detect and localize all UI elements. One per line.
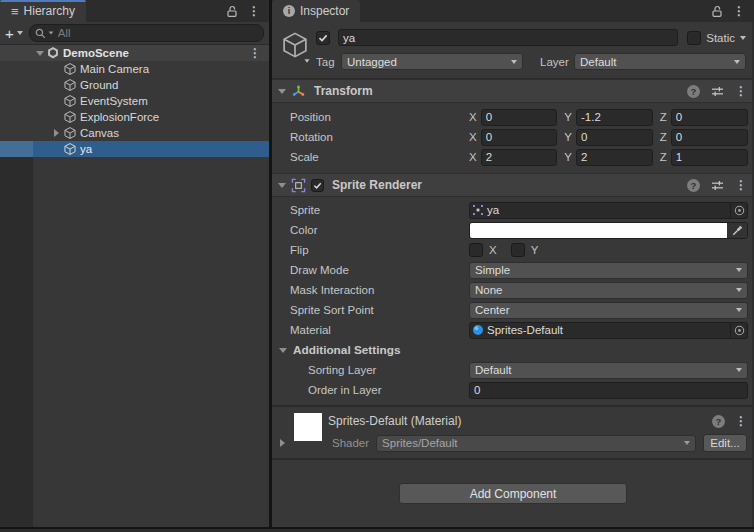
unity-scene-icon	[46, 46, 60, 60]
order-in-layer-input[interactable]	[469, 382, 748, 399]
gameobject-cube-icon	[63, 110, 77, 124]
draw-mode-dropdown[interactable]: Simple	[469, 262, 748, 279]
sprite-sort-point-value: Center	[475, 304, 510, 316]
kebab-menu-icon[interactable]: ⋮	[735, 179, 747, 191]
flip-x-checkbox[interactable]	[469, 243, 483, 257]
material-object-field[interactable]: Sprites-Default	[469, 322, 748, 339]
static-dropdown-icon[interactable]	[740, 36, 746, 40]
rotation-z-input[interactable]	[671, 129, 748, 146]
chevron-down-icon	[684, 441, 690, 445]
flip-y-checkbox[interactable]	[511, 243, 525, 257]
hierarchy-item-canvas[interactable]: Canvas	[0, 125, 269, 141]
transform-header[interactable]: Transform ? ⋮	[272, 79, 754, 103]
sorting-layer-label: Sorting Layer	[308, 364, 469, 376]
presets-icon[interactable]	[711, 179, 724, 192]
foldout-open-icon[interactable]	[279, 348, 287, 353]
edit-shader-button[interactable]: Edit...	[703, 434, 747, 452]
foldout-open-icon[interactable]	[278, 183, 286, 188]
hierarchy-item-ground[interactable]: Ground	[0, 77, 269, 93]
y-axis-label: Y	[564, 151, 572, 163]
additional-settings-label: Additional Settings	[293, 343, 400, 357]
color-field[interactable]	[469, 222, 748, 239]
shader-dropdown[interactable]: Sprites/Default	[376, 435, 696, 452]
additional-settings-foldout[interactable]: Additional Settings	[272, 340, 754, 360]
sorting-layer-dropdown[interactable]: Default	[469, 362, 748, 379]
active-checkbox[interactable]	[316, 31, 330, 45]
tab-inspector[interactable]: i Inspector	[272, 0, 360, 22]
kebab-menu-icon[interactable]: ⋮	[735, 415, 747, 427]
hierarchy-item-label: EventSystem	[80, 95, 148, 107]
hierarchy-item-explosionforce[interactable]: ExplosionForce	[0, 109, 269, 125]
mask-interaction-dropdown[interactable]: None	[469, 282, 748, 299]
kebab-menu-icon[interactable]: ⋮	[733, 5, 745, 17]
sprite-thumb-icon	[472, 204, 484, 216]
lock-icon[interactable]	[711, 5, 723, 18]
rotation-x-input[interactable]	[481, 129, 558, 146]
lock-icon[interactable]	[226, 5, 238, 18]
material-preview-section: Sprites-Default (Material) ? ⋮ Shader Sp…	[272, 407, 754, 460]
scale-z-input[interactable]	[671, 149, 748, 166]
color-row: Color	[272, 220, 754, 240]
static-checkbox[interactable]	[687, 31, 701, 45]
help-icon[interactable]: ?	[687, 179, 700, 192]
color-label: Color	[290, 224, 469, 236]
hierarchy-item-ya[interactable]: ya	[0, 141, 269, 157]
search-field[interactable]	[29, 24, 264, 42]
foldout-open-icon[interactable]	[36, 51, 44, 56]
gameobject-icon-chevron-icon[interactable]	[304, 59, 309, 62]
tag-dropdown[interactable]: Untagged	[341, 53, 523, 70]
help-icon[interactable]: ?	[687, 85, 700, 98]
foldout-closed-icon[interactable]	[54, 129, 59, 137]
create-object-button[interactable]: +	[5, 26, 23, 41]
hierarchy-item-eventsystem[interactable]: EventSystem	[0, 93, 269, 109]
sprite-value: ya	[487, 204, 499, 216]
layer-dropdown[interactable]: Default	[574, 53, 746, 70]
search-icon	[35, 28, 46, 39]
position-x-input[interactable]	[481, 109, 558, 126]
foldout-closed-icon[interactable]	[280, 439, 285, 447]
scale-x-input[interactable]	[481, 149, 558, 166]
position-z-input[interactable]	[671, 109, 748, 126]
chevron-down-icon	[511, 60, 517, 64]
sprite-object-field[interactable]: ya	[469, 202, 748, 219]
shader-value: Sprites/Default	[382, 437, 457, 449]
object-picker-icon[interactable]	[730, 323, 747, 338]
sprite-renderer-icon	[291, 178, 306, 193]
sprite-renderer-header[interactable]: Sprite Renderer ? ⋮	[272, 173, 754, 197]
kebab-menu-icon[interactable]: ⋮	[248, 5, 260, 17]
sprite-label: Sprite	[290, 204, 469, 216]
gameobject-cube-icon	[63, 78, 77, 92]
component-enabled-checkbox[interactable]	[311, 179, 324, 192]
object-picker-icon[interactable]	[730, 203, 747, 218]
search-input[interactable]	[56, 26, 257, 40]
help-icon[interactable]: ?	[712, 415, 725, 428]
mask-interaction-label: Mask Interaction	[290, 284, 469, 296]
hierarchy-tree: DemoScene ⋮ Main Camera Ground EventSyst…	[0, 45, 269, 532]
eyedropper-icon[interactable]	[727, 223, 747, 238]
static-label: Static	[706, 32, 735, 44]
mask-interaction-row: Mask Interaction None	[272, 280, 754, 300]
add-component-button[interactable]: Add Component	[399, 483, 627, 504]
hierarchy-item-demoscene[interactable]: DemoScene ⋮	[0, 45, 269, 61]
material-preview-thumbnail[interactable]	[294, 413, 322, 441]
hierarchy-item-label: Canvas	[80, 127, 119, 139]
gameobject-icon[interactable]	[280, 30, 310, 60]
hierarchy-item-main-camera[interactable]: Main Camera	[0, 61, 269, 77]
gameobject-name-input[interactable]	[338, 29, 678, 46]
hierarchy-panel: ≡ Hierarchy ⋮ +	[0, 0, 269, 532]
scene-kebab-icon[interactable]: ⋮	[249, 47, 261, 59]
search-filter-chevron-icon[interactable]	[48, 31, 53, 34]
window-bottom-edge	[0, 527, 754, 532]
position-y-input[interactable]	[576, 109, 653, 126]
tab-hierarchy[interactable]: ≡ Hierarchy	[0, 0, 86, 22]
scale-y-input[interactable]	[576, 149, 653, 166]
kebab-menu-icon[interactable]: ⋮	[735, 85, 747, 97]
flip-y-label: Y	[531, 244, 539, 256]
gameobject-cube-icon	[63, 126, 77, 140]
rotation-y-input[interactable]	[576, 129, 653, 146]
presets-icon[interactable]	[711, 85, 724, 98]
foldout-open-icon[interactable]	[278, 89, 286, 94]
sprite-sort-point-dropdown[interactable]: Center	[469, 302, 748, 319]
hierarchy-gutter	[0, 157, 33, 532]
color-swatch[interactable]	[470, 223, 727, 238]
